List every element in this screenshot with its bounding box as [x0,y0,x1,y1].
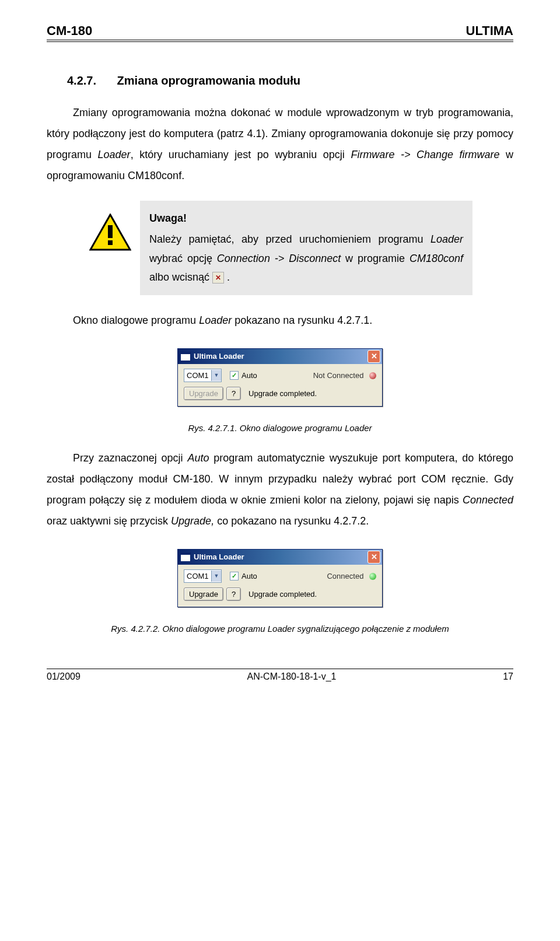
status-led-red [369,372,376,379]
connection-status: Not Connected [313,371,376,380]
close-icon[interactable]: ✕ [368,551,380,564]
status-led-green [369,573,376,580]
figure-caption-2: Rys. 4.2.7.2. Okno dialogowe programu Lo… [47,624,513,634]
warning-icon [88,214,133,253]
dialog-title: Ultima Loader [194,552,368,561]
com-port-value: COM1 [184,572,211,580]
com-port-combo[interactable]: COM1 ▼ [184,369,222,382]
warning-note: Uwaga! Należy pamiętać, aby przed urucho… [88,201,473,295]
close-icon[interactable]: ✕ [368,350,380,363]
note-title: Uwaga! [149,209,463,228]
com-port-combo[interactable]: COM1 ▼ [184,569,222,583]
svg-rect-2 [108,240,113,245]
dialog-titlebar[interactable]: Ultima Loader ✕ [178,349,382,364]
status-message: Upgrade completed. [249,389,376,398]
app-icon [180,352,191,361]
chevron-down-icon[interactable]: ▼ [211,571,221,582]
page-footer: 01/2009 AN-CM-180-18-1-v_1 17 [47,669,513,682]
connection-status: Connected [327,572,376,580]
dialog-titlebar[interactable]: Ultima Loader ✕ [178,550,382,565]
auto-label: Auto [242,572,257,580]
header-left: CM-180 [47,23,92,39]
heading-number: 4.2.7. [67,74,96,87]
upgrade-button[interactable]: Upgrade [184,387,223,400]
page-header: CM-180 ULTIMA [47,23,513,42]
svg-rect-1 [108,225,113,238]
footer-center: AN-CM-180-18-1-v_1 [247,671,337,682]
help-button[interactable]: ? [226,387,241,400]
com-port-value: COM1 [184,371,211,380]
app-icon [180,552,191,562]
auto-label: Auto [242,371,257,380]
paragraph-3: Przy zaznaczonej opcji Auto program auto… [47,447,513,531]
footer-left: 01/2009 [47,671,80,682]
figure-caption-1: Rys. 4.2.7.1. Okno dialogowe programu Lo… [47,423,513,433]
section-heading: 4.2.7. Zmiana oprogramowania modułu [47,74,513,88]
upgrade-button[interactable]: Upgrade [184,587,223,601]
help-button[interactable]: ? [226,587,241,601]
header-right: ULTIMA [466,23,513,39]
loader-dialog-not-connected: Ultima Loader ✕ COM1 ▼ ✓ Auto Not Connec… [177,348,383,407]
dialog-title: Ultima Loader [194,352,368,361]
auto-checkbox[interactable]: ✓ [230,371,239,380]
disconnect-icon: ✕ [212,272,224,284]
status-message: Upgrade completed. [249,590,376,599]
auto-checkbox[interactable]: ✓ [230,572,239,580]
paragraph-1: Zmiany oprogramowania można dokonać w mo… [47,102,513,186]
paragraph-2: Okno dialogowe programu Loader pokazano … [47,310,513,331]
chevron-down-icon[interactable]: ▼ [211,370,221,381]
footer-right: 17 [503,671,513,682]
heading-title: Zmiana oprogramowania modułu [117,74,300,87]
loader-dialog-connected: Ultima Loader ✕ COM1 ▼ ✓ Auto Connected [177,549,383,607]
